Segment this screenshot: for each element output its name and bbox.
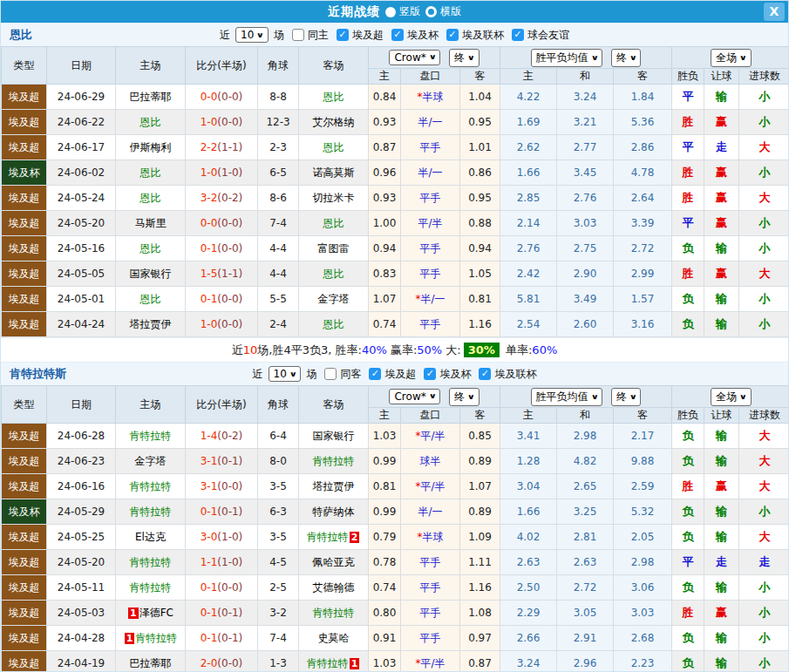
result-char: 输 — [716, 454, 727, 467]
match-score: 3-1(0-0) — [186, 474, 258, 499]
result-handicap: 赢 — [704, 261, 739, 287]
col-header-type: 类型 — [2, 47, 47, 85]
league-checkbox[interactable]: ✓ — [337, 29, 349, 41]
result-char: 赢 — [716, 479, 727, 492]
corner-count: 2-3 — [258, 135, 299, 160]
scope-select[interactable]: 全场∨ — [711, 49, 752, 67]
recent-count-select[interactable]: 10∨ — [235, 27, 269, 43]
handicap-text: 半/一 — [418, 116, 442, 128]
result-handicap: 走 — [704, 135, 739, 160]
match-score: 1-5(1-1) — [186, 261, 258, 287]
avg-draw: 2.63 — [557, 550, 614, 575]
odds-source-value: Crow* — [394, 51, 425, 64]
result-char: 赢 — [716, 191, 727, 204]
odds-time-select[interactable]: 终∨ — [449, 49, 480, 67]
score-fulltime: 0-1 — [201, 506, 218, 518]
league-checkbox[interactable]: ✓ — [369, 368, 381, 380]
league-checkbox[interactable]: ✓ — [391, 29, 404, 41]
avg-away: 2.64 — [614, 186, 672, 211]
score-halftime: (0-1) — [217, 632, 242, 644]
result-wdl: 负 — [672, 449, 704, 474]
score-fulltime: 0-1 — [201, 632, 218, 644]
league-checkbox[interactable]: ✓ — [424, 368, 436, 380]
team-label: 肯特拉特 — [130, 556, 172, 568]
odds-home: 1.03 — [369, 424, 401, 449]
result-goals: 大 — [739, 261, 789, 287]
result-wdl: 平 — [672, 135, 704, 160]
result-goals: 小 — [739, 312, 789, 337]
result-char: 小 — [759, 656, 771, 669]
league-checkbox[interactable]: ✓ — [512, 29, 524, 41]
handicap-text: 平手 — [420, 318, 441, 330]
handicap-text: 半球 — [423, 531, 444, 543]
chevron-down-icon: ∨ — [467, 54, 475, 62]
odds-away: 0.97 — [460, 626, 500, 651]
result-char: 小 — [759, 505, 771, 518]
result-char: 胜 — [683, 166, 694, 179]
avg-time-select[interactable]: 终∨ — [611, 49, 642, 67]
odds-away: 0.88 — [460, 211, 500, 236]
match-row: 埃及超24-05-031泽德FC0-1(0-1)3-2肯特拉特0.80平手1.0… — [2, 601, 789, 626]
odds-source-select[interactable]: Crow*∨ — [389, 50, 440, 65]
league-badge: 埃及超 — [2, 261, 47, 287]
league-checkbox[interactable]: ✓ — [446, 29, 459, 41]
score-halftime: (0-0) — [217, 657, 242, 669]
match-date: 24-06-23 — [47, 449, 116, 474]
result-handicap: 赢 — [704, 474, 739, 499]
chevron-down-icon: ∨ — [629, 54, 637, 62]
summary-segment: 近 — [232, 343, 243, 358]
same-venue-checkbox[interactable] — [324, 368, 337, 380]
summary-segment: 10 — [243, 343, 258, 356]
close-icon[interactable]: X — [764, 3, 785, 21]
league-badge: 埃及超 — [2, 651, 47, 672]
avg-source-select[interactable]: 胜平负均值∨ — [531, 49, 603, 67]
away-team: 艾尔格纳 — [299, 110, 369, 135]
odds-time-select[interactable]: 终∨ — [449, 388, 480, 406]
result-char: 平 — [683, 140, 694, 153]
col-header-odds-away: 客 — [460, 408, 500, 424]
avg-home: 2.50 — [500, 575, 557, 601]
result-handicap: 输 — [704, 424, 739, 449]
match-row: 埃及超24-04-24塔拉贾伊1-0(0-0)2-4恩比0.74平手1.162.… — [2, 312, 789, 337]
summary-segment: 50% — [417, 343, 442, 356]
landscape-radio[interactable] — [425, 6, 437, 17]
result-wdl: 负 — [672, 499, 704, 525]
odds-source-select[interactable]: Crow*∨ — [389, 389, 440, 404]
result-handicap: 输 — [704, 287, 739, 312]
match-row: 埃及超24-05-01恩比0-1(0-0)5-5金字塔1.07*半/一0.815… — [2, 287, 789, 312]
result-goals: 小 — [739, 601, 789, 626]
handicap-text: 平手 — [420, 556, 441, 568]
avg-home: 2.66 — [500, 626, 557, 651]
chevron-down-icon: ∨ — [256, 31, 264, 39]
avg-time-select[interactable]: 终∨ — [611, 388, 642, 406]
handicap-text: 平手 — [420, 141, 441, 153]
team-label: 诺高莫斯 — [313, 166, 355, 179]
score-halftime: (1-1) — [217, 268, 242, 280]
match-score: 0-0(0-0) — [186, 211, 258, 236]
result-char: 走 — [759, 555, 771, 568]
col-header-goals: 进球数 — [739, 408, 789, 424]
matches-table: 类型 日期 主场 比分(半场) 角球 客场 Crow*∨ 终∨ 胜平负均值∨ 终… — [1, 46, 789, 337]
league-checkbox[interactable]: ✓ — [479, 368, 491, 380]
match-date: 24-04-19 — [47, 651, 116, 672]
summary-segment: 单率: — [502, 343, 533, 358]
same-venue-checkbox[interactable] — [292, 29, 304, 41]
league-badge: 埃及超 — [2, 110, 47, 135]
handicap-line: 球半 — [401, 449, 460, 474]
odds-away: 1.09 — [460, 525, 500, 550]
match-date: 24-04-24 — [47, 312, 116, 337]
col-header-let: 让球 — [704, 408, 739, 424]
team-label: El达克 — [135, 531, 166, 543]
handicap-line: 平手 — [401, 550, 460, 575]
result-char: 负 — [683, 317, 694, 330]
scope-select[interactable]: 全场∨ — [711, 388, 752, 406]
odds-away: 0.89 — [460, 449, 500, 474]
recent-count-select[interactable]: 10∨ — [269, 366, 302, 382]
portrait-radio[interactable] — [385, 7, 396, 17]
chevron-down-icon: ∨ — [739, 54, 747, 62]
result-handicap: 赢 — [704, 110, 739, 135]
avg-source-select[interactable]: 胜平负均值∨ — [531, 388, 603, 406]
same-venue-label: 同客 — [340, 367, 361, 382]
league-badge: 埃及杯 — [2, 499, 47, 525]
result-wdl: 胜 — [672, 261, 704, 287]
